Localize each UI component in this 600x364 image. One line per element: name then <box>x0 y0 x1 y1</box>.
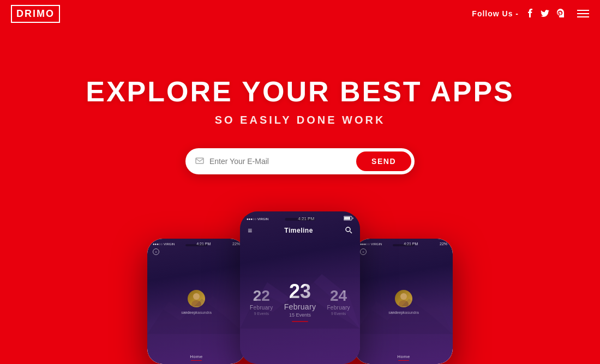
svg-point-8 <box>346 227 350 232</box>
email-form: SEND <box>185 148 415 174</box>
twitter-icon[interactable] <box>541 9 549 19</box>
left-mountain-bg <box>147 290 245 334</box>
hero-title: EXPLORE YOUR BEST APPS <box>86 76 514 107</box>
right-mountain-bg <box>355 290 453 334</box>
left-phone-speaker <box>185 244 207 246</box>
send-button[interactable]: SEND <box>356 151 411 171</box>
facebook-icon[interactable] <box>527 9 533 19</box>
header-right: Follow Us - <box>472 9 589 19</box>
phone-right: ●●●○○ VIRGIN 4:21 PM 22% × <box>355 239 453 364</box>
svg-rect-6 <box>344 217 350 220</box>
email-icon <box>195 156 204 166</box>
logo-box: DRIMO <box>11 5 60 23</box>
right-home-tab[interactable]: Home <box>360 354 447 359</box>
right-battery: 22% <box>440 242 447 246</box>
right-side-header: × <box>355 247 453 258</box>
svg-rect-7 <box>352 217 353 219</box>
left-side-header: × <box>147 247 245 258</box>
svg-line-9 <box>350 231 352 233</box>
hamburger-menu-button[interactable] <box>577 10 589 17</box>
right-signal: ●●●○○ VIRGIN <box>360 242 382 246</box>
center-signal: ●●●○○ VIRGIN <box>247 217 268 221</box>
center-phone-speaker <box>285 218 315 221</box>
svg-rect-0 <box>196 158 203 163</box>
phone-center: ●●●○○ VIRGIN 4:21 PM ≡ Timeline <box>240 211 360 364</box>
hero-section: EXPLORE YOUR BEST APPS SO EASILY DONE WO… <box>0 27 600 223</box>
right-phone-speaker <box>393 244 415 246</box>
timeline-title: Timeline <box>284 227 313 234</box>
hamburger-line-1 <box>577 10 589 11</box>
follow-us-label: Follow Us - <box>472 9 519 18</box>
center-nav-bar: ≡ Timeline <box>240 224 360 239</box>
left-close-icon: × <box>155 250 157 254</box>
right-close-icon: × <box>362 250 364 254</box>
center-phone-screen: ●●●○○ VIRGIN 4:21 PM ≡ Timeline <box>240 211 360 364</box>
left-signal: ●●●○○ VIRGIN <box>153 242 175 246</box>
hamburger-line-2 <box>577 13 589 14</box>
hero-subtitle: SO EASILY DONE WORK <box>215 114 386 126</box>
phones-section: ●●●○○ VIRGIN 4:21 PM 22% × <box>0 206 600 364</box>
center-mountain-bg <box>240 269 360 329</box>
hamburger-line-3 <box>577 16 589 17</box>
social-icons <box>527 9 564 19</box>
logo-text: DRIMO <box>16 8 55 19</box>
header: DRIMO Follow Us - <box>0 0 600 27</box>
left-bottom-nav: Home <box>147 351 245 365</box>
right-bottom-nav: Home <box>355 351 453 365</box>
menu-icon[interactable]: ≡ <box>248 226 252 235</box>
right-tab-underline <box>398 360 409 361</box>
center-battery <box>344 216 353 222</box>
left-close-button[interactable]: × <box>153 248 159 255</box>
left-home-tab[interactable]: Home <box>153 354 240 359</box>
left-tab-underline <box>191 360 202 361</box>
search-icon[interactable] <box>345 227 352 235</box>
right-phone-screen: ●●●○○ VIRGIN 4:21 PM 22% × <box>355 239 453 364</box>
pinterest-icon[interactable] <box>557 9 564 19</box>
phone-left: ●●●○○ VIRGIN 4:21 PM 22% × <box>147 239 245 364</box>
email-input[interactable] <box>209 157 356 166</box>
left-phone-screen: ●●●○○ VIRGIN 4:21 PM 22% × <box>147 239 245 364</box>
right-close-button[interactable]: × <box>360 248 367 255</box>
left-battery: 22% <box>232 242 240 246</box>
